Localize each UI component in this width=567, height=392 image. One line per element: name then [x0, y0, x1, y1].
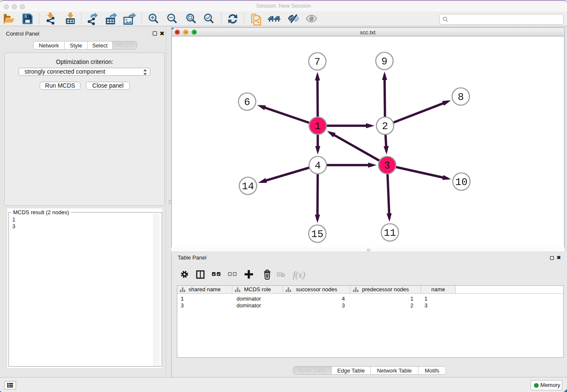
svg-text:1: 1 [315, 121, 321, 133]
svg-text:8: 8 [458, 92, 464, 103]
svg-text:9: 9 [381, 56, 387, 68]
svg-text:3: 3 [384, 160, 390, 172]
svg-text:6: 6 [244, 97, 250, 108]
svg-text:f(x): f(x) [293, 270, 305, 280]
svg-text:11: 11 [384, 228, 396, 239]
svg-text:15: 15 [311, 229, 324, 240]
svg-text:10: 10 [455, 177, 468, 188]
svg-text:2: 2 [382, 121, 388, 133]
svg-text:7: 7 [314, 57, 320, 68]
svg-text:4: 4 [315, 160, 321, 172]
svg-text:14: 14 [242, 181, 254, 193]
